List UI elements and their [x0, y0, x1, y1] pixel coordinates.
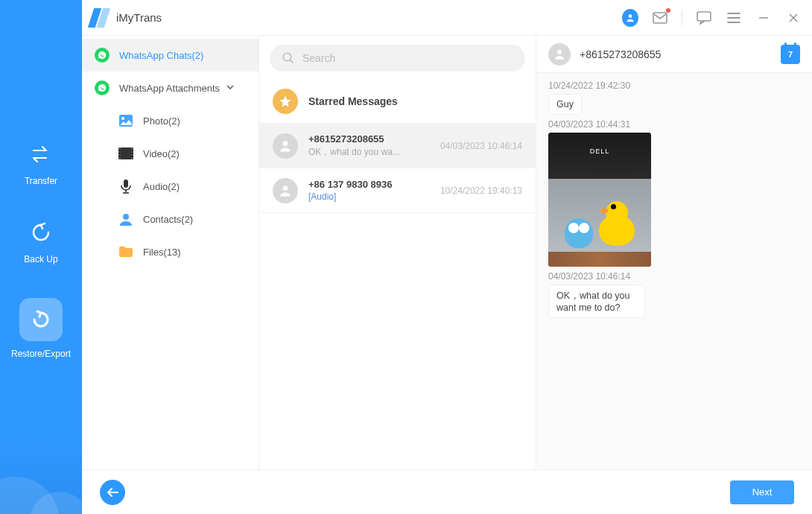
avatar-icon [273, 178, 298, 203]
chevron-down-icon [226, 83, 235, 94]
back-button[interactable] [100, 480, 125, 505]
user-account-button[interactable] [622, 10, 638, 26]
starred-label: Starred Messages [308, 95, 522, 107]
photo-icon [118, 112, 134, 129]
whatsapp-icon [95, 80, 110, 95]
sidebar-photo[interactable]: Photo(2) [118, 104, 258, 137]
svg-point-15 [123, 214, 129, 220]
sidebar-item-label: Contacts(2) [143, 214, 193, 225]
svg-point-16 [283, 141, 288, 146]
close-button[interactable] [785, 10, 802, 26]
sidebar-contacts[interactable]: Contacts(2) [118, 203, 258, 235]
whatsapp-icon [95, 48, 110, 63]
app-logo-icon [89, 8, 109, 28]
starred-messages-row[interactable]: Starred Messages [259, 79, 536, 124]
sidebar-item-label: Video(2) [143, 148, 180, 159]
chat-preview: OK，what do you wa... [308, 146, 434, 159]
nav-transfer[interactable]: Transfer [25, 142, 57, 186]
svg-point-0 [629, 14, 632, 18]
nav-label: Back Up [24, 254, 57, 264]
titlebar: iMyTrans [82, 0, 812, 36]
svg-point-4 [121, 117, 124, 120]
search-input[interactable] [302, 52, 513, 64]
svg-rect-9 [118, 153, 121, 154]
message-bubble: OK，what do you want me to do? [548, 285, 645, 318]
nav-label: Transfer [25, 176, 57, 186]
backup-icon [28, 220, 54, 245]
sidebar-item-label: Audio(2) [143, 181, 180, 192]
chat-list-column: Starred Messages +8615273208655 OK，what … [259, 36, 536, 469]
sidebar-video[interactable]: Video(2) [118, 137, 258, 170]
conversation-name: +8615273208655 [580, 48, 781, 60]
inbox-button[interactable] [652, 10, 668, 26]
conversation-header: +8615273208655 7 [536, 36, 812, 73]
chat-preview: [Audio] [308, 191, 434, 202]
footer: Next [82, 469, 812, 514]
messages-pane[interactable]: 10/24/2022 19:42:30 Guy 04/03/2023 10:44… [536, 73, 812, 469]
contacts-icon [118, 211, 134, 227]
minimize-button[interactable] [755, 10, 772, 26]
sidebar-whatsapp-attachments[interactable]: WhatsApp Attachments [82, 72, 258, 104]
svg-rect-14 [124, 180, 128, 188]
user-icon [622, 9, 638, 27]
svg-point-17 [283, 185, 288, 191]
chat-timestamp: 10/24/2022 19:40:13 [440, 185, 522, 196]
chat-timestamp: 04/03/2023 10:46:14 [440, 141, 522, 151]
search-icon [282, 51, 295, 65]
svg-point-18 [557, 50, 562, 54]
left-nav: Transfer Back Up Restore/Export [0, 0, 82, 514]
avatar-icon [273, 133, 298, 159]
svg-rect-2 [697, 12, 711, 21]
svg-rect-13 [131, 156, 133, 157]
svg-rect-8 [118, 150, 121, 151]
feedback-button[interactable] [696, 10, 712, 26]
message-timestamp: 04/03/2023 10:46:14 [548, 271, 800, 282]
notification-dot-icon [666, 8, 670, 13]
transfer-icon [28, 142, 54, 167]
message: 10/24/2022 19:42:30 Guy [548, 80, 800, 115]
message: 04/03/2023 10:44:31 DELL [548, 119, 800, 267]
star-icon [273, 89, 298, 114]
audio-icon [118, 178, 134, 194]
sidebar-item-label: WhatsApp Attachments [119, 83, 220, 94]
message-image[interactable]: DELL [548, 133, 651, 267]
cloud-decoration [0, 469, 82, 514]
sidebar-item-label: Photo(2) [143, 115, 180, 127]
search-box[interactable] [270, 45, 525, 72]
category-sidebar: WhatsApp Chats(2) WhatsApp Attachments P… [82, 36, 259, 469]
chat-title: +86 137 9830 8936 [308, 179, 434, 190]
sidebar-item-label: WhatsApp Chats(2) [119, 50, 203, 61]
svg-rect-10 [118, 156, 121, 157]
app-title: iMyTrans [116, 11, 162, 24]
avatar-icon [548, 43, 571, 66]
nav-label: Restore/Export [11, 349, 71, 359]
restore-icon [19, 298, 63, 341]
nav-backup[interactable]: Back Up [24, 220, 57, 264]
nav-restore-export[interactable]: Restore/Export [11, 298, 71, 359]
menu-button[interactable] [726, 10, 742, 26]
message-timestamp: 04/03/2023 10:44:31 [548, 119, 800, 130]
video-icon [118, 145, 134, 162]
chat-title: +8615273208655 [308, 133, 434, 145]
sidebar-files[interactable]: Files(13) [118, 235, 258, 268]
svg-rect-11 [131, 150, 133, 151]
message-bubble: Guy [548, 94, 582, 115]
svg-rect-12 [131, 153, 133, 154]
chat-list-item[interactable]: +86 137 9830 8936 [Audio] 10/24/2022 19:… [259, 168, 536, 213]
next-button[interactable]: Next [730, 480, 794, 504]
conversation-column: +8615273208655 7 10/24/2022 19:42:30 Guy… [536, 36, 812, 469]
calendar-button[interactable]: 7 [781, 45, 800, 64]
message-timestamp: 10/24/2022 19:42:30 [548, 80, 800, 91]
sidebar-audio[interactable]: Audio(2) [118, 170, 258, 203]
sidebar-whatsapp-chats[interactable]: WhatsApp Chats(2) [82, 39, 258, 72]
sidebar-item-label: Files(13) [143, 247, 181, 258]
chat-list-item[interactable]: +8615273208655 OK，what do you wa... 04/0… [259, 124, 536, 168]
message: 04/03/2023 10:46:14 OK，what do you want … [548, 271, 800, 318]
files-icon [118, 244, 134, 260]
